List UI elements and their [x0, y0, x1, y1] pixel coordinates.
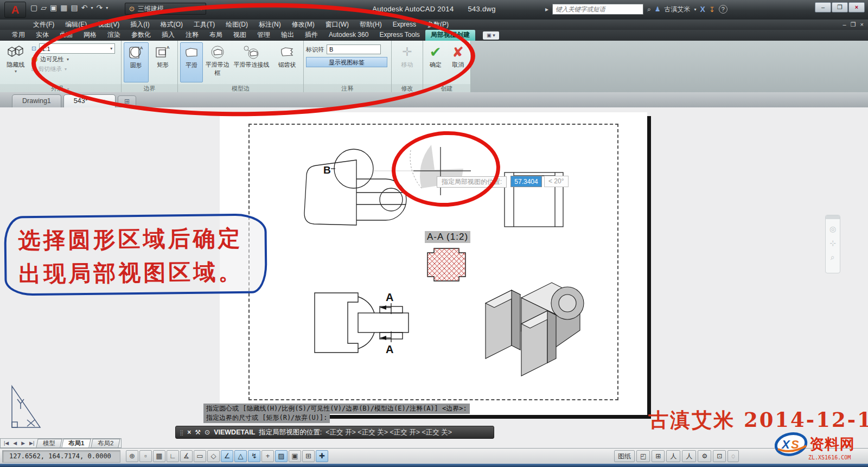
search-play-icon[interactable]: ▸	[545, 5, 548, 13]
open-file-icon[interactable]: ▱	[41, 3, 47, 12]
selection-cycling-toggle[interactable]: ⊞	[302, 450, 315, 462]
search-input[interactable]	[552, 4, 643, 15]
layout2-tab[interactable]: 布局2	[91, 439, 120, 447]
steering-wheel-icon[interactable]: ◎	[829, 225, 836, 233]
menu-draw[interactable]: 绘图(D)	[221, 20, 253, 30]
navigation-bar[interactable]: ◎ ⊹ ⌕	[825, 215, 840, 273]
exchange-apps-icon[interactable]: X	[700, 5, 705, 14]
ribbon-tab-layout[interactable]: 布局	[204, 30, 228, 41]
polar-toggle[interactable]: ∡	[180, 450, 193, 462]
paper-model-button[interactable]: 图纸	[614, 450, 635, 462]
menu-format[interactable]: 格式(O)	[156, 20, 188, 30]
next-layout-icon[interactable]: ▶	[20, 440, 27, 446]
annotation-autoscale-icon[interactable]: 人	[682, 450, 696, 462]
autodesk360-icon[interactable]: ↧	[709, 5, 715, 14]
doc-close-icon[interactable]: ×	[860, 20, 864, 30]
lineweight-toggle[interactable]: +	[261, 450, 274, 462]
osnap-3d-toggle[interactable]: ◇	[207, 450, 220, 462]
menu-express[interactable]: Express	[388, 20, 421, 30]
ribbon-tab-insert[interactable]: 插入	[156, 30, 180, 41]
model-tab[interactable]: 模型	[36, 439, 62, 447]
menu-dimension[interactable]: 标注(N)	[254, 20, 286, 30]
command-close-icon[interactable]: ×	[187, 428, 191, 436]
file-tab-543[interactable]: 543* ×	[63, 94, 116, 107]
panel-launcher-icon[interactable]: ⌄	[66, 85, 70, 92]
drawing-canvas[interactable]: B	[0, 107, 868, 448]
dynamic-angle-field[interactable]: < 20°	[544, 176, 569, 187]
ribbon-tab-mesh[interactable]: 网格	[78, 30, 102, 41]
layout1-tab[interactable]: 布局1	[62, 439, 92, 447]
help-icon[interactable]: ?	[719, 5, 727, 14]
file-tab-close-icon[interactable]: ×	[102, 95, 105, 107]
navigation-bar-handle[interactable]	[826, 215, 840, 219]
new-tab-button[interactable]: ⊞	[118, 95, 136, 107]
section-view-title[interactable]: A-A (1:2)	[425, 231, 470, 243]
grid-toggle[interactable]: ▦	[153, 450, 165, 462]
hidden-lines-dropdown-icon[interactable]: ▾	[15, 69, 17, 74]
snap-toggle[interactable]: ▫	[139, 450, 152, 462]
dynamic-input-field[interactable]	[510, 176, 542, 187]
last-layout-icon[interactable]: ▶|	[28, 440, 36, 446]
jagged-edge-button[interactable]: 锯齿状	[273, 42, 301, 82]
circular-boundary-button[interactable]: A 圆形	[124, 42, 149, 82]
transparency-toggle[interactable]: ▨	[275, 450, 288, 462]
show-view-label-button[interactable]: 显示视图标签	[306, 57, 387, 67]
workspace-dropdown-icon[interactable]: ▾	[200, 7, 202, 11]
scale-combo[interactable]: 1:1 ▾	[39, 43, 115, 54]
smooth-with-leader-button[interactable]: 平滑带连接线	[232, 42, 271, 82]
rectangular-boundary-button[interactable]: A 矩形	[151, 42, 175, 82]
undo-icon[interactable]: ↶	[81, 3, 88, 12]
file-tab-drawing1[interactable]: Drawing1	[12, 94, 61, 107]
identifier-input[interactable]	[327, 44, 381, 54]
command-drag-handle-icon[interactable]: ⣿	[180, 430, 183, 436]
ribbon-tab-render[interactable]: 渲染	[102, 30, 126, 41]
menu-window[interactable]: 窗口(W)	[321, 20, 354, 30]
dynamic-input-toggle[interactable]: ↯	[248, 450, 260, 462]
ribbon-minimize-button[interactable]: ▣ ▾	[483, 31, 499, 40]
menu-view[interactable]: 视图(V)	[93, 20, 124, 30]
smooth-with-border-button[interactable]: 平滑带边框	[205, 42, 230, 82]
toolbar-lock-icon[interactable]: ⊡	[713, 450, 726, 462]
quick-view-layouts-icon[interactable]: ◰	[636, 450, 650, 462]
ribbon-tab-home[interactable]: 常用	[7, 30, 30, 41]
command-prompt[interactable]: 指定局部视图的位置:	[259, 428, 322, 437]
ribbon-tab-solid[interactable]: 实体	[30, 30, 54, 41]
annotation-visibility-icon[interactable]: 人	[666, 450, 680, 462]
redo-icon[interactable]: ↷	[96, 3, 103, 12]
menu-help[interactable]: 帮助(H)	[355, 20, 387, 30]
first-layout-icon[interactable]: |◀	[2, 440, 10, 446]
ribbon-tab-plugins[interactable]: 插件	[299, 30, 323, 41]
ribbon-tab-autodesk360[interactable]: Autodesk 360	[323, 30, 374, 41]
ribbon-tab-manage[interactable]: 管理	[252, 30, 276, 41]
user-dropdown-icon[interactable]: ▾	[694, 7, 697, 12]
osnap-toggle[interactable]: ▭	[194, 450, 206, 462]
edge-visibility-button[interactable]: 边可见性 ▾	[31, 55, 115, 63]
zoom-icon[interactable]: ⌕	[831, 253, 835, 262]
clean-screen-icon[interactable]: ◌	[727, 450, 739, 462]
doc-minimize-icon[interactable]: –	[843, 20, 846, 30]
annotation-monitor-toggle[interactable]: ✚	[316, 450, 328, 462]
ribbon-tab-annotate[interactable]: 注释	[180, 30, 204, 41]
ribbon-tab-output[interactable]: 输出	[276, 30, 299, 41]
smooth-edge-button[interactable]: 平滑	[180, 42, 203, 82]
ribbon-tab-detail-view-creation[interactable]: 局部视图创建	[425, 30, 475, 41]
save-as-icon[interactable]: ▦	[60, 3, 67, 12]
menu-parametric[interactable]: 参数(P)	[422, 20, 454, 30]
command-line-bar[interactable]: ⣿ × ⚒ ⊙ VIEWDETAIL 指定局部视图的位置: <正交 开> <正交…	[175, 426, 494, 439]
otrack-toggle[interactable]: ∠	[221, 450, 233, 462]
ribbon-tab-surface[interactable]: 曲面	[54, 30, 78, 41]
print-icon[interactable]: ▤	[71, 3, 78, 12]
doc-restore-icon[interactable]: ❐	[851, 20, 856, 30]
ortho-toggle[interactable]: ∟	[167, 450, 179, 462]
cancel-button[interactable]: ✘ 取消	[448, 42, 469, 82]
ribbon-tab-parametric[interactable]: 参数化	[126, 30, 156, 41]
quick-properties-toggle[interactable]: ▣	[289, 450, 301, 462]
ribbon-tab-view[interactable]: 视图	[228, 30, 252, 41]
autocad-logo-icon[interactable]: A	[4, 2, 26, 18]
search-binoculars-icon[interactable]: ⌕	[647, 5, 651, 13]
hidden-lines-button[interactable]: 隐藏线 ▾	[2, 42, 29, 82]
workspace-switch-gear-icon[interactable]: ⚙	[698, 450, 711, 462]
restore-button[interactable]: ❐	[832, 2, 848, 12]
pan-icon[interactable]: ⊹	[829, 239, 836, 247]
prev-layout-icon[interactable]: ◀	[11, 440, 18, 446]
